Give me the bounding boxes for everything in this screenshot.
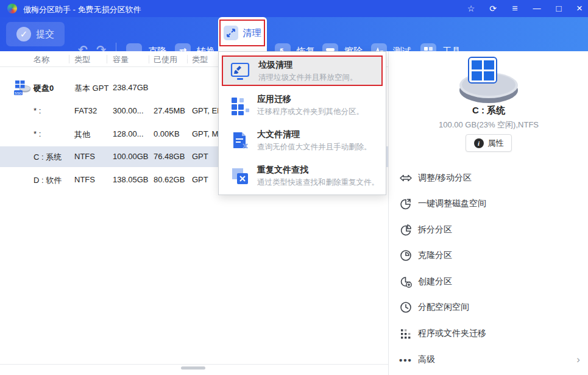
cell-fs: FAT32 xyxy=(74,106,97,115)
info-icon: i xyxy=(474,138,484,148)
favorite-icon[interactable]: ☆ xyxy=(461,0,481,17)
menu-item-desc: 查询无价值大文件并且手动删除。 xyxy=(257,142,372,152)
action-resize-move[interactable]: 调整/移动分区 xyxy=(389,165,588,191)
action-advanced[interactable]: ••• 高级 › xyxy=(389,347,588,373)
cell-ptype: GPT xyxy=(192,152,208,161)
convert-button[interactable]: ⇄ 转换 xyxy=(175,43,215,59)
cell-capacity: 100.00GB xyxy=(113,152,149,161)
cell-ptype: GPT xyxy=(192,175,208,184)
redo-icon[interactable]: ↷ xyxy=(96,44,106,56)
create-partition-icon xyxy=(399,275,413,288)
duplicate-finder-icon xyxy=(230,166,250,187)
app-title: 傲梅分区助手 - 免费无损分区软件 xyxy=(23,4,141,15)
refresh-icon[interactable]: ⟳ xyxy=(483,0,503,17)
menu-item-title: 应用迁移 xyxy=(257,94,291,105)
menu-item-duplicate-finder[interactable]: 重复文件查找 通过类型快速查找和删除重复文件。 xyxy=(222,160,383,193)
cell-name: * : xyxy=(34,106,41,115)
action-label: 拆分分区 xyxy=(418,224,452,235)
cleanup-icon xyxy=(224,26,238,40)
cleanup-label: 清理 xyxy=(243,27,261,39)
close-button[interactable]: × xyxy=(569,0,588,17)
svg-text:SSD: SSD xyxy=(15,91,23,95)
action-label: 创建分区 xyxy=(418,276,452,287)
properties-button[interactable]: i 属性 xyxy=(466,134,512,152)
col-name[interactable]: 名称 xyxy=(34,54,49,65)
action-label: 克隆分区 xyxy=(418,250,452,261)
action-label: 调整/移动分区 xyxy=(418,173,472,184)
action-split-partition[interactable]: 拆分分区 xyxy=(389,217,588,243)
app-logo-icon xyxy=(7,4,17,13)
cell-name: * : xyxy=(34,129,41,138)
toolbar: ✓ 提交 ↶ ↷ → 克隆 ⇄ 转换 清理 ↖ 恢复 xyxy=(0,17,588,51)
cleanup-button[interactable]: 清理 xyxy=(219,20,265,46)
horizontal-scrollbar[interactable] xyxy=(181,366,205,370)
menu-item-desc: 迁移程序或文件夹到其他分区。 xyxy=(257,107,364,117)
cell-name: C : 系统 xyxy=(34,152,62,163)
cell-capacity: 300.00... xyxy=(113,106,144,115)
chevron-right-icon: › xyxy=(576,354,580,366)
resize-move-icon xyxy=(399,171,413,185)
menu-item-title: 垃圾清理 xyxy=(258,60,292,71)
cell-fs: 其他 xyxy=(74,129,90,140)
cell-capacity: 128.00... xyxy=(113,129,144,138)
clone-button[interactable]: → 克隆 xyxy=(126,43,166,59)
action-create-partition[interactable]: 创建分区 xyxy=(389,269,588,295)
advanced-icon: ••• xyxy=(399,353,413,366)
convert-icon: ⇄ xyxy=(175,43,191,59)
cell-ptype: GPT, M xyxy=(192,129,218,138)
cell-used: 27.45MB xyxy=(154,106,185,115)
cleanup-button-panel: 清理 xyxy=(218,17,267,51)
cell-used: 76.48GB xyxy=(154,152,185,161)
clone-partition-icon xyxy=(399,249,413,262)
menu-item-desc: 清理垃圾文件并且释放空间。 xyxy=(258,73,358,83)
partition-assistant-window: 傲梅分区助手 - 免费无损分区软件 ☆ ⟳ ≡ — □ × ✓ 提交 ↶ ↷ →… xyxy=(0,0,588,375)
action-label: 分配空闲空间 xyxy=(418,302,469,313)
submit-label: 提交 xyxy=(36,29,54,40)
cell-name: D : 软件 xyxy=(34,175,62,186)
one-key-adjust-icon xyxy=(399,197,413,210)
action-allocate-free-space[interactable]: 分配空闲空间 xyxy=(389,295,588,320)
header-separator xyxy=(69,55,69,63)
cell-ptype: GPT, EF xyxy=(192,106,222,115)
check-icon: ✓ xyxy=(16,27,31,41)
action-label: 程序或文件夹迁移 xyxy=(418,328,486,339)
cell-used: 0.00KB xyxy=(154,129,180,138)
split-partition-icon xyxy=(399,223,413,237)
cell-capacity: 138.05GB xyxy=(113,175,149,184)
app-mover-menu-icon xyxy=(230,95,250,116)
action-app-mover[interactable]: 程序或文件夹迁移 xyxy=(389,321,588,346)
convert-label: 转换 xyxy=(197,46,215,57)
junk-cleanup-icon xyxy=(230,61,250,82)
cell-used: 80.62GB xyxy=(154,175,185,184)
menu-icon[interactable]: ≡ xyxy=(505,0,525,17)
submit-button[interactable]: ✓ 提交 xyxy=(6,22,65,46)
action-one-key-adjust[interactable]: 一键调整磁盘空间 xyxy=(389,191,588,216)
cell-fs: NTFS xyxy=(74,152,95,161)
menu-item-app-mover[interactable]: 应用迁移 迁移程序或文件夹到其他分区。 xyxy=(222,90,383,123)
allocate-free-space-icon xyxy=(399,301,413,314)
app-mover-icon xyxy=(399,327,413,340)
toolbar-divider xyxy=(116,43,116,60)
title-bar: 傲梅分区助手 - 免费无损分区软件 ☆ ⟳ ≡ — □ × xyxy=(0,0,588,17)
selected-partition-name: C : 系统 xyxy=(389,105,588,116)
cleanup-dropdown-menu: 垃圾清理 清理垃圾文件并且释放空间。 应用迁移 迁移程序或文件夹到其他分区。 大… xyxy=(218,51,386,195)
maximize-button[interactable]: □ xyxy=(548,0,569,17)
minimize-button[interactable]: — xyxy=(526,0,547,17)
action-label: 高级 xyxy=(418,354,435,365)
menu-item-junk-cleanup[interactable]: 垃圾清理 清理垃圾文件并且释放空间。 xyxy=(222,55,383,86)
ssd-disk-icon: SSD xyxy=(13,79,32,99)
side-panel: C : 系统 100.00 GB(23% 空闲),NTFS i 属性 调整/移动… xyxy=(388,51,588,375)
cell-fs: NTFS xyxy=(74,175,95,184)
large-file-cleanup-icon xyxy=(230,130,250,151)
bottom-divider xyxy=(0,364,388,365)
menu-item-title: 大文件清理 xyxy=(257,129,300,140)
tools-button[interactable]: 工具 xyxy=(420,43,461,59)
menu-item-large-file-cleanup[interactable]: 大文件清理 查询无价值大文件并且手动删除。 xyxy=(222,125,383,158)
cell-fs: 基本 GPT xyxy=(74,83,108,94)
action-clone-partition[interactable]: 克隆分区 xyxy=(389,243,588,268)
menu-item-desc: 通过类型快速查找和删除重复文件。 xyxy=(257,177,379,188)
undo-icon[interactable]: ↶ xyxy=(78,44,88,56)
test-label: 测试 xyxy=(393,46,411,57)
action-label: 一键调整磁盘空间 xyxy=(418,198,486,209)
menu-item-title: 重复文件查找 xyxy=(257,165,308,176)
